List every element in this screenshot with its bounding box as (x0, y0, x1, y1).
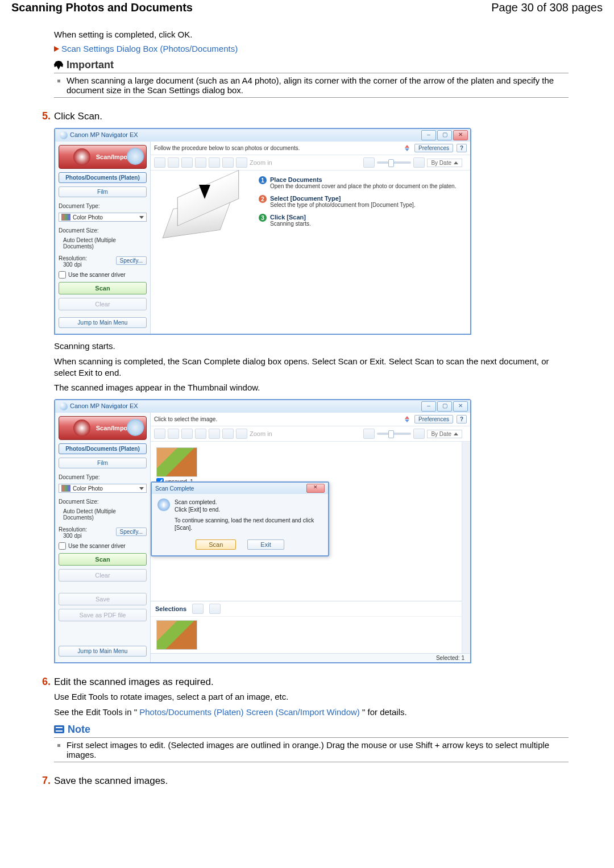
thumbnail-image (156, 447, 197, 477)
close-button[interactable]: ✕ (453, 130, 468, 140)
step-text-5: Click Scan. (54, 111, 102, 122)
scan-button[interactable]: Scan (59, 553, 147, 566)
specify-button[interactable]: Specify... (116, 528, 147, 536)
thumb-small-icon[interactable] (363, 429, 375, 439)
dialog-scan-button[interactable]: Scan (196, 539, 236, 550)
preferences-button[interactable]: Preferences (414, 144, 453, 152)
info-icon: i (157, 499, 170, 511)
arrow-right-icon (54, 46, 59, 52)
dialog-line-1: Scan completed. (175, 499, 322, 506)
minimize-button[interactable]: – (421, 401, 436, 412)
document-type-select[interactable]: Color Photo (59, 484, 147, 493)
select-all-icon[interactable] (154, 157, 165, 168)
step6-p1: Use Edit Tools to rotate images, select … (54, 691, 569, 703)
save-as-pdf-button[interactable]: Save as PDF file (59, 609, 147, 621)
checkbox-input[interactable] (59, 271, 66, 279)
selection-thumbnail[interactable] (156, 620, 196, 650)
edit-tools-link[interactable]: Photos/Documents (Platen) Screen (Scan/I… (139, 707, 360, 717)
tab-photos-documents[interactable]: Photos/Documents (Platen) (59, 172, 147, 183)
jump-main-menu-button[interactable]: Jump to Main Menu (59, 317, 147, 328)
chevron-down-icon (139, 216, 144, 219)
dialog-line-2: Click [Exit] to end. (175, 506, 322, 513)
crop-icon[interactable] (222, 429, 234, 439)
preferences-button[interactable]: Preferences (414, 415, 453, 423)
document-type-value: Color Photo (73, 214, 103, 221)
use-scanner-driver-checkbox[interactable]: Use the scanner driver (59, 542, 147, 550)
resolution-value: 300 dpi (59, 261, 87, 268)
scan-complete-dialog: Scan Complete ✕ i Scan completed. Click … (151, 481, 329, 556)
rotate-right-icon[interactable] (195, 429, 206, 439)
use-scanner-driver-checkbox[interactable]: Use the scanner driver (59, 271, 147, 279)
dialog-exit-button[interactable]: Exit (247, 539, 284, 550)
divider (54, 73, 569, 73)
label-resolution: Resolution: (59, 526, 87, 533)
select-all-icon[interactable] (154, 429, 165, 439)
sort-icon[interactable] (403, 416, 411, 422)
vertical-scrollbar[interactable] (462, 442, 470, 653)
crop-icon[interactable] (222, 157, 234, 168)
rotate-left-icon[interactable] (181, 157, 193, 168)
intro-line: When setting is completed, click OK. (54, 29, 569, 40)
divider (54, 762, 569, 762)
tab-film[interactable]: Film (59, 458, 147, 468)
selections-remove-icon[interactable] (209, 604, 221, 614)
thumb-large-icon[interactable] (413, 429, 425, 439)
scan-import-tab[interactable]: Scan/Import (59, 416, 147, 440)
grid-icon[interactable] (168, 429, 179, 439)
help-button[interactable]: ? (457, 144, 467, 152)
document-type-value: Color Photo (73, 485, 103, 492)
selections-add-icon[interactable] (192, 604, 204, 614)
note-text: First select images to edit. (Selected i… (67, 740, 549, 759)
help-button[interactable]: ? (457, 415, 467, 423)
sort-select[interactable]: By Date (427, 430, 462, 438)
sort-select[interactable]: By Date (427, 159, 462, 167)
label-document-type: Document Type: (59, 203, 147, 209)
thumbnail-item[interactable]: unsaved_1 (156, 447, 196, 485)
scan-button[interactable]: Scan (59, 282, 147, 294)
zoom-icon[interactable] (236, 157, 247, 168)
scanner-icon (73, 420, 90, 437)
scan-import-tab[interactable]: Scan/Import (59, 145, 147, 169)
correction-icon[interactable] (209, 157, 220, 168)
scan-settings-link[interactable]: Scan Settings Dialog Box (Photos/Documen… (61, 44, 238, 53)
main-instruction: Follow the procedure below to scan photo… (154, 145, 400, 151)
important-icon (54, 61, 63, 70)
dialog-title: Scan Complete (155, 485, 194, 492)
document-type-select[interactable]: Color Photo (59, 213, 147, 222)
maximize-button[interactable]: ▢ (437, 401, 452, 412)
guide-step-1-title: Place Documents (270, 176, 456, 183)
thumb-large-icon[interactable] (413, 157, 425, 168)
thumbnail-size-slider[interactable] (377, 433, 411, 435)
sort-asc-icon (454, 433, 458, 435)
thumbnail-size-slider[interactable] (377, 161, 411, 164)
maximize-button[interactable]: ▢ (437, 130, 452, 140)
clear-button[interactable]: Clear (59, 569, 147, 582)
thumb-small-icon[interactable] (363, 157, 375, 168)
close-button[interactable]: ✕ (453, 401, 468, 412)
resolution-value: 300 dpi (59, 533, 87, 539)
tab-film[interactable]: Film (59, 186, 147, 197)
divider (54, 97, 569, 98)
rotate-left-icon[interactable] (181, 429, 193, 439)
label-document-type: Document Type: (59, 474, 147, 480)
dialog-close-button[interactable]: ✕ (306, 484, 325, 493)
chevron-down-icon (139, 487, 144, 490)
sort-icon[interactable] (403, 145, 411, 151)
after-scan-p3: The scanned images appear in the Thumbna… (54, 382, 569, 393)
specify-button[interactable]: Specify... (116, 256, 147, 265)
label-resolution: Resolution: (59, 255, 87, 261)
save-button[interactable]: Save (59, 593, 147, 605)
clear-button[interactable]: Clear (59, 298, 147, 310)
dialog-line-3: To continue scanning, load the next docu… (175, 517, 322, 531)
grid-icon[interactable] (168, 157, 179, 168)
jump-main-menu-button[interactable]: Jump to Main Menu (59, 646, 147, 657)
tab-photos-documents[interactable]: Photos/Documents (Platen) (59, 443, 147, 454)
mp-navigator-window-2: Canon MP Navigator EX – ▢ ✕ Scan/Import … (54, 399, 471, 663)
checkbox-input[interactable] (59, 542, 66, 550)
minimize-button[interactable]: – (421, 130, 436, 140)
correction-icon[interactable] (209, 429, 220, 439)
document-size-value: Auto Detect (Multiple Documents) (59, 508, 147, 521)
rotate-right-icon[interactable] (195, 157, 206, 168)
zoom-icon[interactable] (236, 429, 247, 439)
page-title: Scanning Photos and Documents (11, 1, 193, 14)
